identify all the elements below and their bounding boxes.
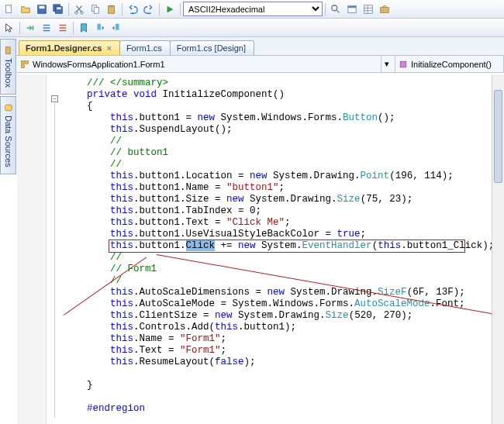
- svg-rect-22: [22, 64, 25, 67]
- doc-tab-label: Form1.Designer.cs: [26, 43, 102, 53]
- save-icon[interactable]: [34, 2, 50, 17]
- doc-tab-label: Form1.cs [Design]: [177, 43, 246, 53]
- svg-rect-18: [5, 47, 10, 54]
- window-icon[interactable]: [344, 2, 360, 17]
- side-tab-data-sources[interactable]: Data Sources: [0, 96, 16, 174]
- toolbar-separator: [122, 3, 123, 16]
- redo-icon[interactable]: [141, 2, 157, 17]
- save-all-icon[interactable]: [50, 2, 66, 17]
- bookmark-icon[interactable]: [76, 20, 91, 36]
- chevron-down-icon[interactable]: ▾: [381, 56, 392, 72]
- run-icon[interactable]: [162, 2, 178, 17]
- svg-rect-23: [400, 61, 406, 67]
- svg-rect-2: [40, 5, 45, 9]
- document-tabs: Form1.Designer.cs× Form1.cs Form1.cs [De…: [0, 37, 504, 56]
- member-combo-text: InitializeComponent(): [411, 60, 492, 69]
- find-icon[interactable]: [328, 2, 343, 17]
- uncomment-icon[interactable]: [55, 20, 71, 36]
- encoding-combo[interactable]: ASCII2Hexadecimal: [183, 2, 323, 16]
- toolbar-separator: [325, 3, 326, 16]
- svg-rect-14: [348, 5, 357, 8]
- paste-icon[interactable]: [104, 2, 119, 17]
- open-folder-icon[interactable]: [18, 2, 33, 17]
- svg-point-12: [332, 5, 337, 10]
- new-file-icon[interactable]: [2, 2, 17, 17]
- doc-tab-form1-design[interactable]: Form1.cs [Design]: [170, 40, 254, 55]
- method-icon: [399, 60, 408, 69]
- svg-rect-20: [22, 60, 25, 64]
- properties-icon[interactable]: [361, 2, 376, 17]
- scrollbar-thumb[interactable]: [494, 90, 502, 183]
- side-tab-toolbox[interactable]: Toolbox: [0, 39, 16, 95]
- svg-rect-16: [381, 7, 389, 12]
- code-editor[interactable]: − /// </summary> private void Initialize…: [17, 74, 504, 424]
- pointer-icon[interactable]: [2, 20, 17, 36]
- code-body[interactable]: /// </summary> private void InitializeCo…: [17, 74, 504, 418]
- doc-tab-label: Form1.cs: [126, 43, 162, 53]
- toolbar-row-1: ASCII2Hexadecimal: [0, 0, 504, 19]
- copy-icon[interactable]: [88, 2, 103, 17]
- cut-icon[interactable]: [71, 2, 87, 17]
- doc-tab-designer[interactable]: Form1.Designer.cs×: [19, 40, 120, 55]
- class-icon: [20, 60, 29, 69]
- toolbar-separator: [68, 3, 69, 16]
- svg-rect-17: [33, 26, 34, 29]
- class-combo-text: WindowsFormsApplication1.Form1: [33, 60, 165, 69]
- step-icon[interactable]: [22, 20, 38, 36]
- side-tabs: Toolbox Data Sources: [0, 39, 16, 176]
- toolbox-icon: [4, 46, 13, 55]
- svg-rect-5: [57, 7, 60, 9]
- svg-rect-9: [94, 7, 98, 13]
- bookmark-next-icon[interactable]: [109, 20, 124, 36]
- toolbar-separator: [73, 22, 74, 34]
- close-icon[interactable]: ×: [106, 43, 111, 53]
- member-combo[interactable]: InitializeComponent(): [395, 56, 504, 72]
- side-tab-label: Data Sources: [4, 115, 13, 167]
- svg-rect-11: [109, 5, 112, 6]
- database-icon: [4, 103, 13, 112]
- side-tab-label: Toolbox: [4, 58, 13, 88]
- toolbar-row-2: [0, 19, 504, 37]
- undo-icon[interactable]: [125, 2, 140, 17]
- svg-rect-0: [6, 5, 12, 12]
- toolbar-separator: [19, 22, 20, 34]
- toolbar-separator: [159, 3, 160, 16]
- comment-icon[interactable]: [39, 20, 54, 36]
- svg-rect-15: [364, 5, 373, 13]
- bookmark-prev-icon[interactable]: [92, 20, 108, 36]
- toolbar-separator: [180, 3, 181, 16]
- vertical-scrollbar[interactable]: [492, 74, 504, 424]
- svg-rect-21: [26, 60, 29, 64]
- class-combo[interactable]: WindowsFormsApplication1.Form1 ▾: [17, 56, 395, 72]
- svg-rect-10: [109, 5, 115, 13]
- navigation-bar: WindowsFormsApplication1.Form1 ▾ Initial…: [17, 56, 504, 73]
- doc-tab-form1-cs[interactable]: Form1.cs: [119, 40, 171, 55]
- toolbox-icon[interactable]: [377, 2, 392, 17]
